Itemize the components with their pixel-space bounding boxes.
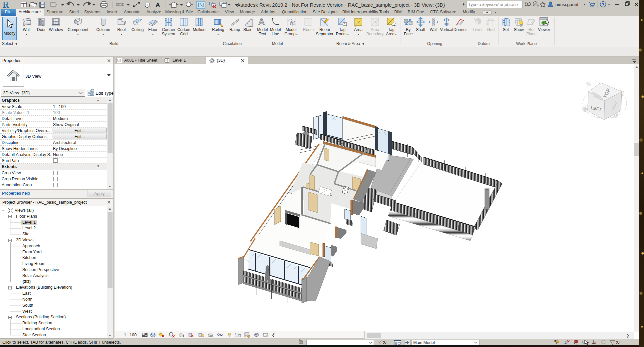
svg-text:9: 9 [182, 335, 184, 337]
svg-text:?: ? [602, 2, 604, 7]
svg-text:1: 1 [344, 23, 346, 26]
svg-text::0: :0 [616, 340, 619, 345]
svg-text:A: A [156, 1, 160, 8]
svg-text:nimsi.gaunt: nimsi.gaunt [555, 2, 578, 7]
svg-text:A: A [258, 17, 265, 27]
svg-text:1: 1 [393, 23, 395, 26]
svg-text:❮: ❮ [272, 333, 275, 337]
svg-text:R: R [3, 0, 9, 9]
svg-text:N: N [586, 80, 591, 88]
svg-text:.1: .1 [473, 18, 475, 21]
svg-text:1: 1 [146, 3, 148, 7]
